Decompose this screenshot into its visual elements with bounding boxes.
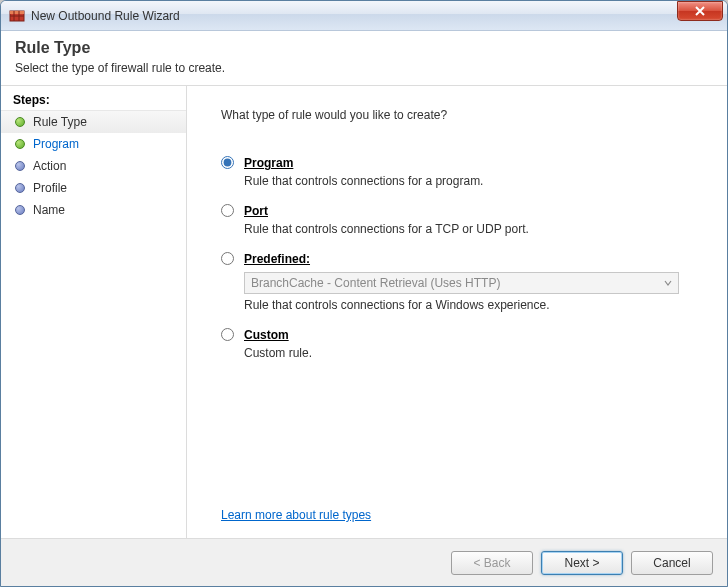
window-title: New Outbound Rule Wizard	[31, 9, 677, 23]
content-pane: What type of rule would you like to crea…	[187, 86, 727, 538]
step-label: Program	[33, 137, 79, 151]
header: Rule Type Select the type of firewall ru…	[1, 31, 727, 86]
rule-type-options: Program Rule that controls connections f…	[221, 156, 679, 374]
titlebar[interactable]: New Outbound Rule Wizard	[1, 1, 727, 31]
steps-heading: Steps:	[1, 90, 186, 111]
option-title: Custom	[244, 328, 679, 342]
option-predefined: Predefined: BranchCache - Content Retrie…	[221, 252, 679, 322]
bullet-icon	[15, 139, 25, 149]
bullet-icon	[15, 161, 25, 171]
footer: < Back Next > Cancel	[1, 538, 727, 586]
step-action[interactable]: Action	[1, 155, 186, 177]
back-button[interactable]: < Back	[451, 551, 533, 575]
cancel-button[interactable]: Cancel	[631, 551, 713, 575]
predefined-dropdown[interactable]: BranchCache - Content Retrieval (Uses HT…	[244, 272, 679, 294]
option-desc: Rule that controls connections for a Win…	[244, 298, 679, 312]
radio-predefined[interactable]	[221, 252, 234, 265]
option-desc: Rule that controls connections for a pro…	[244, 174, 679, 188]
firewall-icon	[9, 8, 25, 24]
steps-sidebar: Steps: Rule Type Program Action Profile …	[1, 86, 187, 538]
option-desc: Custom rule.	[244, 346, 679, 360]
option-desc: Rule that controls connections for a TCP…	[244, 222, 679, 236]
svg-rect-1	[10, 11, 24, 14]
step-label: Name	[33, 203, 65, 217]
radio-program[interactable]	[221, 156, 234, 169]
wizard-window: New Outbound Rule Wizard Rule Type Selec…	[0, 0, 728, 587]
option-title: Program	[244, 156, 679, 170]
step-label: Rule Type	[33, 115, 87, 129]
bullet-icon	[15, 183, 25, 193]
learn-more-link[interactable]: Learn more about rule types	[221, 508, 679, 522]
dropdown-value: BranchCache - Content Retrieval (Uses HT…	[251, 276, 500, 290]
chevron-down-icon	[664, 279, 672, 287]
bullet-icon	[15, 117, 25, 127]
next-button[interactable]: Next >	[541, 551, 623, 575]
option-custom: Custom Custom rule.	[221, 328, 679, 370]
radio-custom[interactable]	[221, 328, 234, 341]
step-label: Profile	[33, 181, 67, 195]
step-label: Action	[33, 159, 66, 173]
body: Steps: Rule Type Program Action Profile …	[1, 86, 727, 538]
step-profile[interactable]: Profile	[1, 177, 186, 199]
step-program[interactable]: Program	[1, 133, 186, 155]
question-text: What type of rule would you like to crea…	[221, 108, 679, 122]
step-rule-type[interactable]: Rule Type	[1, 111, 186, 133]
step-name[interactable]: Name	[1, 199, 186, 221]
close-button[interactable]	[677, 1, 723, 21]
option-title: Predefined:	[244, 252, 679, 266]
page-title: Rule Type	[15, 39, 713, 57]
bullet-icon	[15, 205, 25, 215]
option-program: Program Rule that controls connections f…	[221, 156, 679, 198]
radio-port[interactable]	[221, 204, 234, 217]
page-subtitle: Select the type of firewall rule to crea…	[15, 61, 713, 75]
option-title: Port	[244, 204, 679, 218]
close-icon	[694, 6, 706, 16]
option-port: Port Rule that controls connections for …	[221, 204, 679, 246]
